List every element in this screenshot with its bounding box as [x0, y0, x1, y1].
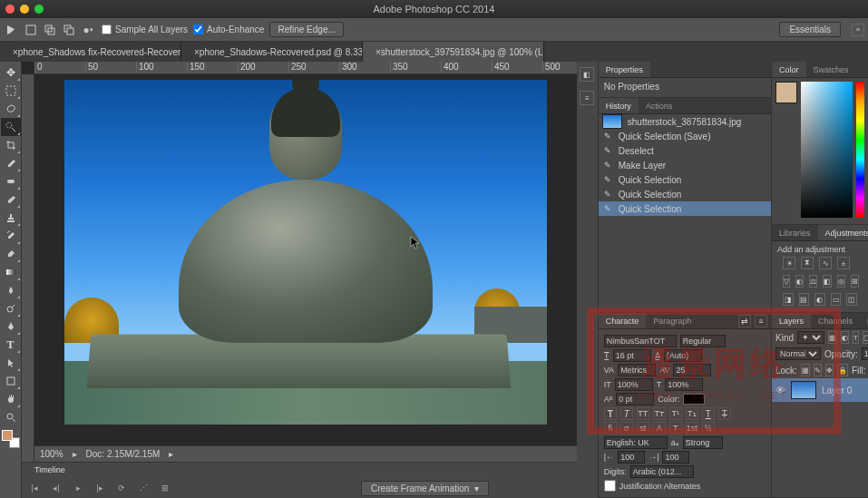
smallcaps-icon[interactable]: Tᴛ — [653, 407, 666, 420]
status-popup-icon[interactable]: ▸ — [169, 449, 173, 459]
leading-input[interactable] — [664, 349, 702, 362]
prev-frame-icon[interactable]: ◂| — [49, 482, 63, 494]
color-fg-swatch[interactable] — [775, 82, 797, 103]
refine-edge-button[interactable]: Refine Edge... — [269, 22, 343, 37]
exposure-adj-icon[interactable]: ± — [837, 257, 850, 269]
type-tool-icon[interactable]: T — [1, 336, 21, 354]
ot-icon[interactable]: ½ — [702, 422, 715, 435]
paragraph-tab[interactable]: Paragraph — [646, 313, 698, 328]
foreground-color-swatch[interactable] — [2, 430, 13, 441]
filter-adj-icon[interactable]: ◐ — [841, 331, 849, 344]
eyedropper-tool-icon[interactable] — [1, 154, 21, 172]
close-window-icon[interactable] — [5, 5, 15, 14]
tracking-input[interactable] — [673, 364, 711, 376]
strike-icon[interactable]: T — [718, 407, 731, 420]
move-tool-icon[interactable]: ✥ — [1, 63, 21, 82]
lock-move-icon[interactable]: ✥ — [825, 364, 834, 376]
doc-size[interactable]: Doc: 2.15M/2.15M — [86, 449, 161, 459]
first-frame-icon[interactable]: |◂ — [27, 482, 42, 494]
filter-kind-select[interactable]: ✦ — [797, 331, 824, 344]
color-field[interactable] — [801, 82, 853, 218]
swatches-tab[interactable]: Swatches — [806, 62, 856, 77]
digits-select[interactable] — [630, 465, 694, 478]
threshold-adj-icon[interactable]: ◐ — [814, 293, 825, 306]
subtract-selection-icon[interactable] — [61, 22, 77, 38]
adjustments-tab[interactable]: Adjustments — [818, 225, 868, 240]
ot-icon[interactable]: σ — [620, 422, 633, 435]
hscale-input[interactable] — [665, 378, 703, 391]
document-tab[interactable]: ×phone_Shadows fix-Recovered-Recovered.p… — [0, 42, 181, 62]
pen-tool-icon[interactable] — [1, 317, 21, 336]
expand-panels-icon[interactable]: » — [852, 24, 864, 36]
text-color-swatch[interactable] — [683, 394, 705, 405]
justification-alternates-checkbox[interactable] — [604, 480, 616, 492]
history-tab[interactable]: History — [599, 98, 639, 113]
filter-shape-icon[interactable]: ▢ — [863, 331, 868, 344]
photo-filter-adj-icon[interactable]: ◎ — [837, 275, 845, 288]
history-step[interactable]: ✎Deselect — [599, 143, 771, 158]
vscale-input[interactable] — [615, 378, 653, 391]
panel-menu-icon[interactable]: ≡ — [755, 315, 767, 327]
curves-adj-icon[interactable]: ∿ — [819, 257, 832, 269]
sample-all-layers-checkbox[interactable]: Sample All Layers — [102, 24, 188, 34]
add-selection-icon[interactable] — [42, 22, 58, 38]
healing-tool-icon[interactable] — [1, 172, 21, 190]
levels-adj-icon[interactable]: ⧗ — [801, 257, 814, 269]
character-tab[interactable]: Characte — [599, 313, 647, 328]
layer-name[interactable]: Layer 0 — [822, 386, 852, 395]
font-family-select[interactable] — [604, 335, 677, 347]
workspace-switcher[interactable]: Essentials — [779, 22, 841, 37]
history-snapshot[interactable]: shutterstock_387581834.jpg — [599, 114, 771, 129]
duplicate-frame-icon[interactable]: ⊞ — [158, 482, 172, 494]
bw-adj-icon[interactable]: ◧ — [823, 275, 832, 288]
selcolor-adj-icon[interactable]: ◫ — [846, 293, 857, 306]
kerning-input[interactable] — [618, 364, 656, 376]
gradmap-adj-icon[interactable]: ▭ — [831, 293, 842, 306]
history-step[interactable]: ✎Quick Selection — [599, 172, 771, 187]
document-canvas[interactable] — [64, 80, 547, 425]
font-size-input[interactable] — [613, 349, 651, 362]
hand-tool-icon[interactable] — [1, 390, 21, 408]
collapsed-panel-icon[interactable]: ≡ — [580, 91, 594, 105]
loop-icon[interactable]: ⟳ — [114, 482, 129, 494]
zoom-level[interactable]: 100% — [40, 449, 63, 459]
shape-tool-icon[interactable] — [1, 372, 21, 390]
ot-icon[interactable]: T — [669, 422, 682, 435]
create-frame-animation-button[interactable]: Create Frame Animation▾ — [361, 481, 489, 496]
allcaps-icon[interactable]: TT — [637, 407, 649, 420]
properties-tab[interactable]: Properties — [599, 62, 650, 77]
lasso-tool-icon[interactable] — [1, 100, 21, 118]
history-brush-tool-icon[interactable] — [1, 227, 21, 245]
underline-icon[interactable]: T — [702, 407, 715, 420]
channels-tab[interactable]: Channels — [811, 313, 860, 328]
filter-pixel-icon[interactable]: ▦ — [828, 331, 837, 344]
eraser-tool-icon[interactable] — [1, 245, 21, 263]
history-step[interactable]: ✎Quick Selection — [599, 187, 771, 201]
status-popup-icon[interactable]: ▸ — [73, 449, 77, 459]
italic-icon[interactable]: T — [620, 407, 633, 420]
tool-preset-icon[interactable] — [4, 22, 20, 38]
filter-type-icon[interactable]: T — [853, 331, 859, 344]
path-select-tool-icon[interactable] — [1, 354, 21, 372]
zoom-tool-icon[interactable] — [1, 408, 21, 426]
quick-selection-tool-icon[interactable] — [1, 118, 21, 136]
blur-tool-icon[interactable] — [1, 281, 21, 299]
document-tab[interactable]: ×phone_Shadows-Recovered.psd @ 8.33% (iM… — [181, 42, 363, 62]
ot-icon[interactable]: A — [653, 422, 666, 435]
dodge-tool-icon[interactable] — [1, 299, 21, 317]
hue-adj-icon[interactable]: ◐ — [795, 275, 804, 288]
colorbal-adj-icon[interactable]: ⚖ — [809, 275, 817, 288]
opacity-input[interactable] — [862, 347, 868, 360]
layer-row[interactable]: 👁 Layer 0 — [772, 378, 868, 402]
marquee-tool-icon[interactable] — [1, 82, 21, 100]
tween-icon[interactable]: ⋰ — [136, 482, 151, 494]
ot-icon[interactable]: 1st — [686, 422, 698, 435]
lock-trans-icon[interactable]: ▦ — [801, 364, 810, 376]
history-step[interactable]: ✎Quick Selection — [599, 201, 771, 216]
document-tab[interactable]: ×shutterstock_397591834.jpg @ 100% (Laye… — [363, 42, 544, 62]
color-tab[interactable]: Color — [772, 62, 806, 77]
invert-adj-icon[interactable]: ◨ — [783, 293, 794, 306]
layers-tab[interactable]: Layers — [772, 313, 811, 328]
hue-slider[interactable] — [856, 82, 864, 218]
antialias-select[interactable] — [683, 436, 723, 449]
